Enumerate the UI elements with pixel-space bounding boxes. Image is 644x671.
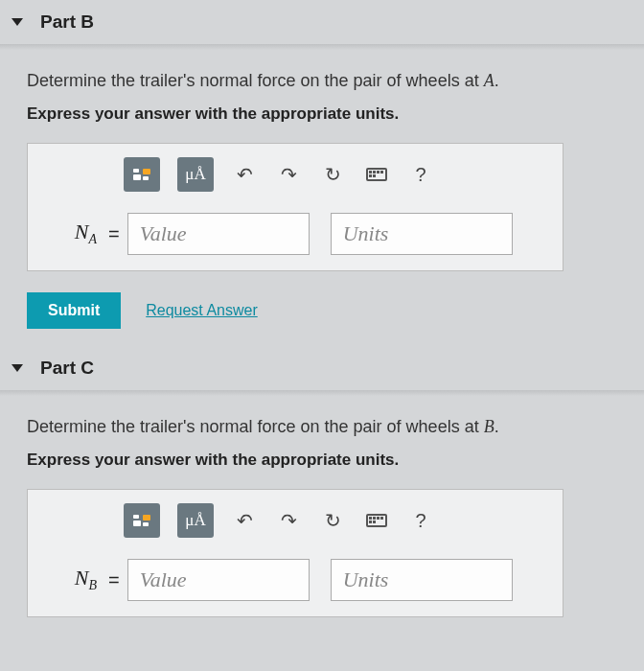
- templates-button[interactable]: [124, 157, 160, 192]
- undo-button[interactable]: ↶: [231, 161, 258, 188]
- part-c-title: Part C: [40, 358, 94, 379]
- part-b-variable: NA: [43, 220, 97, 247]
- part-c-instruction: Express your answer with the appropriate…: [27, 451, 617, 470]
- value-placeholder: Value: [140, 567, 187, 592]
- part-c-prompt-suffix: .: [494, 417, 499, 436]
- part-c-prompt: Determine the trailer's normal force on …: [27, 417, 617, 437]
- part-c-answer-box: μÅ ↶ ↷ ↻ ? NB =: [27, 489, 564, 617]
- templates-icon: [133, 169, 150, 180]
- request-answer-link[interactable]: Request Answer: [146, 302, 258, 319]
- part-b-prompt-var: A: [484, 71, 494, 90]
- part-b-inputs: NA = Value Units: [43, 213, 547, 255]
- part-b-title: Part B: [40, 12, 94, 33]
- undo-icon: ↶: [237, 509, 253, 532]
- part-c-inputs: NB = Value Units: [43, 559, 547, 601]
- var-sub: A: [88, 233, 97, 247]
- var-symbol: N: [75, 566, 89, 590]
- redo-button[interactable]: ↷: [275, 507, 302, 534]
- value-input[interactable]: Value: [127, 213, 310, 255]
- units-placeholder: Units: [343, 567, 389, 592]
- reset-button[interactable]: ↻: [319, 507, 346, 534]
- part-b-prompt: Determine the trailer's normal force on …: [27, 71, 617, 91]
- collapse-triangle-icon: [12, 364, 23, 372]
- templates-icon: [133, 515, 150, 526]
- templates-button[interactable]: [124, 503, 160, 538]
- keyboard-icon: [366, 168, 387, 181]
- part-b-header[interactable]: Part B: [0, 0, 644, 44]
- undo-icon: ↶: [237, 163, 253, 186]
- keyboard-button[interactable]: [363, 161, 390, 188]
- value-input[interactable]: Value: [127, 559, 310, 601]
- part-b-toolbar: μÅ ↶ ↷ ↻ ?: [124, 157, 547, 192]
- keyboard-icon: [366, 514, 387, 527]
- value-placeholder: Value: [140, 221, 187, 246]
- var-sub: B: [88, 579, 97, 593]
- submit-button[interactable]: Submit: [27, 292, 121, 329]
- redo-icon: ↷: [281, 509, 297, 532]
- units-placeholder: Units: [343, 221, 389, 246]
- help-label: ?: [415, 164, 426, 186]
- reset-icon: ↻: [325, 509, 341, 532]
- part-c-header[interactable]: Part C: [0, 346, 644, 390]
- part-c-body: Determine the trailer's normal force on …: [0, 396, 644, 635]
- help-button[interactable]: ?: [407, 161, 434, 188]
- mua-button[interactable]: μÅ: [177, 157, 214, 192]
- part-b-instruction: Express your answer with the appropriate…: [27, 104, 617, 124]
- part-c-variable: NB: [43, 566, 97, 593]
- part-c-prompt-prefix: Determine the trailer's normal force on …: [27, 417, 484, 436]
- mua-label: μÅ: [185, 165, 205, 184]
- part-c-prompt-var: B: [484, 417, 494, 436]
- part-b-answer-box: μÅ ↶ ↷ ↻ ? NA =: [27, 143, 564, 271]
- units-input[interactable]: Units: [331, 213, 513, 255]
- undo-button[interactable]: ↶: [231, 507, 258, 534]
- redo-icon: ↷: [281, 163, 297, 186]
- mua-button[interactable]: μÅ: [177, 503, 214, 538]
- redo-button[interactable]: ↷: [275, 161, 302, 188]
- reset-icon: ↻: [325, 163, 341, 186]
- part-b-prompt-prefix: Determine the trailer's normal force on …: [27, 71, 484, 90]
- part-b-body: Determine the trailer's normal force on …: [0, 50, 644, 346]
- reset-button[interactable]: ↻: [319, 161, 346, 188]
- var-symbol: N: [75, 220, 89, 243]
- equals-sign: =: [108, 569, 120, 591]
- help-label: ?: [415, 510, 426, 532]
- units-input[interactable]: Units: [331, 559, 513, 601]
- equals-sign: =: [108, 223, 120, 245]
- keyboard-button[interactable]: [363, 507, 390, 534]
- collapse-triangle-icon: [12, 18, 23, 26]
- mua-label: μÅ: [185, 511, 205, 530]
- part-c-toolbar: μÅ ↶ ↷ ↻ ?: [124, 503, 547, 538]
- part-b-prompt-suffix: .: [494, 71, 499, 90]
- part-b-actions: Submit Request Answer: [27, 292, 617, 329]
- help-button[interactable]: ?: [407, 507, 434, 534]
